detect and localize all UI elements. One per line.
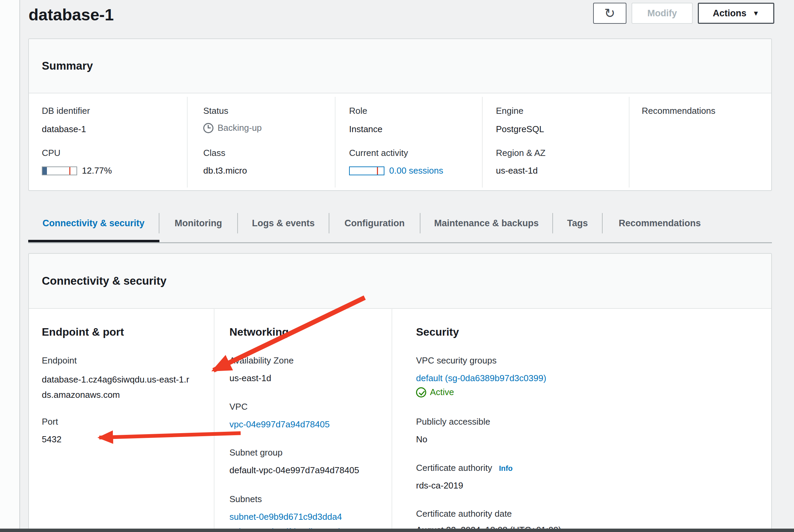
cpu-threshold-tick — [69, 167, 70, 175]
cpu-label: CPU — [42, 148, 61, 158]
rds-instance-page: database-1 ↻ Modify Actions ▼ Summary DB… — [0, 0, 794, 532]
tabs-baseline — [28, 242, 772, 243]
availability-zone-label: Availability Zone — [229, 355, 294, 366]
tab-tags[interactable]: Tags — [553, 213, 603, 233]
connectivity-security-panel: Connectivity & security Endpoint & port … — [28, 253, 772, 532]
page-title: database-1 — [29, 5, 114, 24]
role-value: Instance — [349, 124, 382, 135]
cpu-usage-fill — [42, 167, 47, 175]
sg-status-value: Active — [430, 387, 454, 397]
divider — [392, 308, 392, 532]
clock-icon — [203, 123, 213, 133]
current-activity-label: Current activity — [349, 148, 408, 158]
connectivity-panel-title: Connectivity & security — [42, 274, 167, 287]
refresh-button[interactable]: ↻ — [593, 3, 626, 24]
sg-status-row: Active — [416, 387, 454, 397]
tab-connectivity-security[interactable]: Connectivity & security — [28, 213, 159, 233]
port-value: 5432 — [42, 434, 62, 445]
cpu-value: 12.77% — [82, 165, 112, 176]
tab-monitoring[interactable]: Monitoring — [159, 213, 238, 233]
endpoint-label: Endpoint — [42, 355, 77, 366]
vpc-security-groups-label: VPC security groups — [416, 355, 497, 366]
endpoint-port-heading: Endpoint & port — [42, 326, 124, 338]
bottom-window-edge — [0, 529, 794, 532]
certificate-authority-label: Certificate authority — [416, 463, 492, 473]
subnet-group-value: default-vpc-04e997d7a94d78405 — [229, 465, 359, 476]
connectivity-panel-header: Connectivity & security — [29, 254, 771, 309]
divider — [629, 97, 629, 188]
divider — [482, 97, 483, 188]
current-activity-row: 0.00 sessions — [349, 165, 443, 176]
status-label: Status — [203, 106, 228, 116]
security-heading: Security — [416, 326, 459, 338]
vpc-label: VPC — [229, 402, 247, 412]
port-label: Port — [42, 416, 58, 427]
role-label: Role — [349, 106, 367, 116]
certificate-authority-date-label: Certificate authority date — [416, 509, 512, 519]
sessions-link[interactable]: 0.00 sessions — [389, 165, 443, 176]
tab-maintenance-backups[interactable]: Maintenance & backups — [420, 213, 553, 233]
status-value-row: Backing-up — [203, 123, 262, 133]
sessions-bar — [349, 166, 384, 175]
subnet-link-1[interactable]: subnet-0e9b9d671c9d3dda4 — [229, 512, 342, 522]
chevron-down-icon: ▼ — [753, 10, 759, 17]
security-group-link[interactable]: default (sg-0da6389b97d3c0399) — [416, 373, 546, 384]
tab-logs-events[interactable]: Logs & events — [238, 213, 329, 233]
summary-title: Summary — [42, 59, 93, 72]
tab-configuration[interactable]: Configuration — [329, 213, 420, 233]
class-label: Class — [203, 148, 225, 158]
divider — [214, 308, 214, 532]
subnet-group-label: Subnet group — [229, 447, 282, 458]
summary-panel: Summary DB identifier database-1 CPU 12.… — [28, 38, 772, 191]
modify-button[interactable]: Modify — [632, 3, 693, 24]
active-tab-underline — [28, 240, 159, 242]
info-link[interactable]: Info — [499, 464, 513, 473]
actions-button[interactable]: Actions ▼ — [698, 3, 774, 24]
recommendations-label: Recommendations — [642, 106, 715, 116]
publicly-accessible-value: No — [416, 434, 427, 445]
availability-zone-value: us-east-1d — [229, 373, 271, 384]
publicly-accessible-label: Publicly accessible — [416, 416, 490, 427]
endpoint-value: database-1.cz4ag6siwqdu.us-east-1.rds.am… — [42, 372, 191, 403]
summary-panel-header: Summary — [29, 39, 771, 93]
check-circle-icon — [416, 387, 426, 397]
db-identifier-value: database-1 — [42, 124, 86, 135]
subnets-label: Subnets — [229, 494, 262, 504]
engine-value: PostgreSQL — [496, 124, 544, 135]
left-rail — [0, 0, 20, 532]
region-az-label: Region & AZ — [496, 148, 546, 158]
certificate-authority-row: Certificate authorityInfo — [416, 463, 513, 473]
sessions-threshold-tick — [377, 167, 378, 175]
divider — [335, 97, 335, 188]
db-identifier-label: DB identifier — [42, 106, 90, 116]
cpu-usage-bar — [42, 166, 77, 175]
vpc-link[interactable]: vpc-04e997d7a94d78405 — [229, 419, 330, 430]
certificate-authority-value: rds-ca-2019 — [416, 480, 463, 491]
actions-button-label: Actions — [713, 8, 746, 19]
cpu-usage-row: 12.77% — [42, 165, 112, 176]
modify-button-label: Modify — [648, 8, 677, 19]
tab-recommendations[interactable]: Recommendations — [603, 213, 717, 233]
divider — [187, 97, 188, 188]
refresh-icon: ↻ — [604, 6, 615, 21]
class-value: db.t3.micro — [203, 165, 247, 176]
status-value: Backing-up — [218, 123, 262, 133]
region-az-value: us-east-1d — [496, 165, 538, 176]
engine-label: Engine — [496, 106, 523, 116]
detail-tabs: Connectivity & security Monitoring Logs … — [28, 213, 717, 233]
networking-heading: Networking — [229, 326, 289, 338]
